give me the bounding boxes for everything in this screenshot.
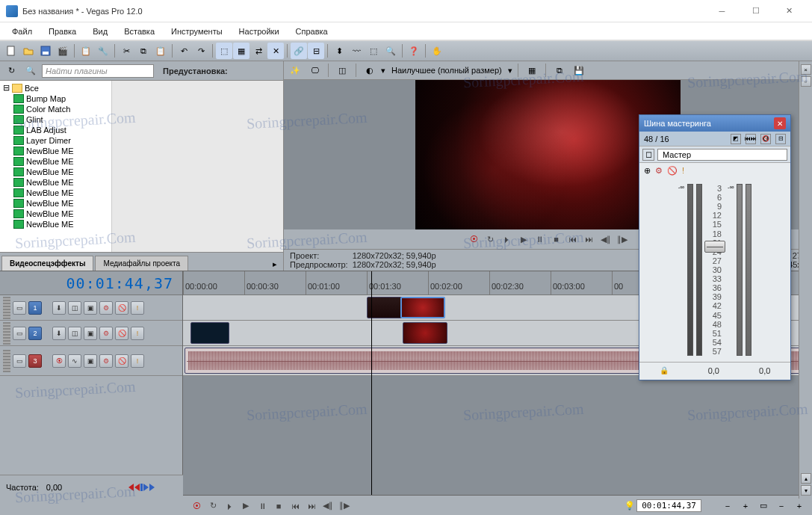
ignore-icon[interactable]: ⊟ (308, 43, 324, 59)
maximize-button[interactable]: ☐ (739, 1, 772, 22)
track-header-video-2[interactable]: ▭ 2 ⬇ ◫ ▣ ⚙ 🚫 ! (0, 321, 182, 346)
scrub-control[interactable] (128, 484, 155, 491)
play-start-icon[interactable]: ⏵ (500, 232, 515, 246)
copy-icon[interactable]: ⧉ (135, 43, 152, 59)
open-icon[interactable] (20, 43, 37, 59)
meter-layout-icon[interactable]: ⊟ (775, 134, 786, 144)
next-frame-icon[interactable]: ∥▶ (337, 499, 352, 513)
stop-icon[interactable]: ■ (549, 232, 564, 246)
minimize-button[interactable]: ─ (705, 1, 739, 22)
go-start-icon[interactable]: ⏮ (565, 232, 580, 246)
go-end-icon[interactable]: ⏭ (304, 499, 319, 513)
copy-snapshot-icon[interactable]: ⧉ (551, 62, 568, 78)
zoom-icon[interactable]: 🔍 (382, 43, 399, 59)
track-header-video-1[interactable]: ▭ 1 ⬇ ◫ ▣ ⚙ 🚫 ! (0, 295, 182, 321)
autocrossfade-icon[interactable]: ✕ (267, 43, 284, 59)
zoom-in-h-icon[interactable]: + (737, 498, 754, 514)
save-snapshot-icon[interactable]: 💾 (571, 62, 587, 78)
plugin-search-input[interactable]: Найти плагины (42, 64, 154, 78)
play-icon[interactable]: ▶ (238, 499, 253, 513)
menu-file[interactable]: Файл (4, 25, 40, 38)
arm-record-icon[interactable]: ⦿ (52, 354, 66, 368)
automation-icon[interactable]: ⚙ (655, 166, 663, 176)
normal-edit-icon[interactable]: ⬍ (331, 43, 347, 59)
cut-icon[interactable]: ✂ (118, 43, 134, 59)
marker-icon[interactable]: 💡 (625, 501, 635, 511)
video-clip[interactable] (400, 297, 445, 318)
mute-icon[interactable]: 🚫 (115, 301, 128, 315)
track-fx-icon[interactable]: ▣ (84, 301, 97, 315)
record-icon[interactable]: ⦿ (467, 232, 482, 246)
split-screen-icon[interactable]: ◫ (334, 62, 350, 78)
go-start-icon[interactable]: ⏮ (288, 499, 303, 513)
preview-quality-icon[interactable]: ◐ (362, 62, 378, 78)
undo-icon[interactable]: ↶ (176, 43, 192, 59)
dock-max-icon[interactable]: ▫ (801, 76, 811, 87)
zoom-out-h-icon[interactable]: − (719, 498, 736, 514)
cursor-timecode[interactable]: 00:01:44,37 (636, 499, 701, 512)
autoripple-icon[interactable]: ⇄ (250, 43, 267, 59)
zoom-tool-icon[interactable]: ▭ (755, 498, 772, 514)
vscroll-up-icon[interactable]: ▴ (801, 473, 811, 484)
solo-icon[interactable]: ! (131, 301, 144, 315)
preview-fx-icon[interactable]: ✨ (287, 62, 303, 78)
mute-icon[interactable]: 🚫 (115, 354, 128, 368)
play-icon[interactable]: ▶ (516, 232, 531, 246)
loop-icon[interactable]: ↻ (205, 499, 220, 513)
track-number[interactable]: 3 (28, 354, 42, 368)
master-fader[interactable] (704, 241, 725, 253)
bus-icon[interactable]: 🔧 (95, 43, 111, 59)
snap-icon[interactable]: ⬚ (216, 43, 232, 59)
timecode-display[interactable]: 00:01:44,37 (66, 274, 173, 292)
close-button[interactable]: ✕ (772, 1, 806, 22)
video-clip[interactable] (403, 322, 447, 344)
redo-icon[interactable]: ↷ (193, 43, 209, 59)
track-header-audio-1[interactable]: ▭ 3 ⦿ ∿ ▣ ⚙ 🚫 ! (0, 346, 182, 376)
tab-project-media[interactable]: Медиафайлы проекта (95, 256, 188, 271)
pause-icon[interactable]: ⏸ (533, 232, 548, 246)
menu-insert[interactable]: Вставка (117, 25, 162, 38)
video-clip[interactable] (190, 322, 229, 344)
record-icon[interactable]: ⦿ (189, 499, 204, 513)
properties-icon[interactable]: 📋 (78, 43, 94, 59)
render-icon[interactable]: 🎬 (55, 43, 71, 59)
collapse-icon[interactable]: ⊟ (3, 83, 10, 93)
bypass-fx-icon[interactable]: ⬇ (52, 301, 66, 315)
menu-tools[interactable]: Инструменты (164, 25, 230, 38)
refresh-plugins-icon[interactable]: ↻ (3, 63, 19, 79)
prev-frame-icon[interactable]: ◀∥ (598, 232, 613, 246)
selection-icon[interactable]: ⬚ (365, 43, 382, 59)
ext-monitor-icon[interactable]: 🖵 (306, 62, 323, 78)
track-fx-icon[interactable]: ▣ (84, 354, 97, 368)
mute-icon[interactable]: 🚫 (667, 166, 678, 176)
mute-icon[interactable]: 🚫 (115, 327, 128, 340)
output-icon[interactable]: ◻ (642, 149, 654, 161)
dim-icon[interactable]: ◩ (731, 134, 741, 144)
paste-icon[interactable]: 📋 (152, 43, 169, 59)
help-icon[interactable]: ❓ (406, 43, 422, 59)
solo-icon[interactable]: ! (682, 166, 684, 175)
panel-close-icon[interactable]: ✕ (774, 117, 786, 129)
new-icon[interactable] (3, 43, 19, 59)
invert-phase-icon[interactable]: ∿ (68, 354, 81, 368)
insert-fx-icon[interactable]: ⊕ (644, 166, 651, 176)
track-min-icon[interactable]: ▭ (13, 327, 26, 340)
master-bus-panel[interactable]: Шина мастеринга ✕ 48 / 16 ◩ ⏮⏭ 🔇 ⊟ ◻ Мас… (639, 114, 791, 380)
tab-scroll-icon[interactable]: ▸ (268, 258, 282, 271)
preview-quality-label[interactable]: Наилучшее (полный размер) (388, 66, 505, 75)
track-min-icon[interactable]: ▭ (13, 301, 26, 315)
menu-edit[interactable]: Правка (41, 25, 84, 38)
tab-video-fx[interactable]: Видеоспецэффекты (1, 256, 93, 271)
go-end-icon[interactable]: ⏭ (582, 232, 597, 246)
track-fx-icon[interactable]: ▣ (84, 327, 97, 340)
bypass-fx-icon[interactable]: ⬇ (52, 327, 66, 340)
menu-help[interactable]: Справка (288, 25, 335, 38)
track-motion-icon[interactable]: ◫ (68, 301, 81, 315)
lock-icon[interactable]: 🔗 (291, 43, 307, 59)
envelope-icon[interactable]: 〰 (348, 43, 365, 59)
track-number[interactable]: 2 (28, 327, 42, 340)
overlays-icon[interactable]: ▦ (524, 62, 540, 78)
stop-icon[interactable]: ■ (271, 499, 286, 513)
solo-icon[interactable]: ! (131, 327, 144, 340)
menu-view[interactable]: Вид (85, 25, 115, 38)
